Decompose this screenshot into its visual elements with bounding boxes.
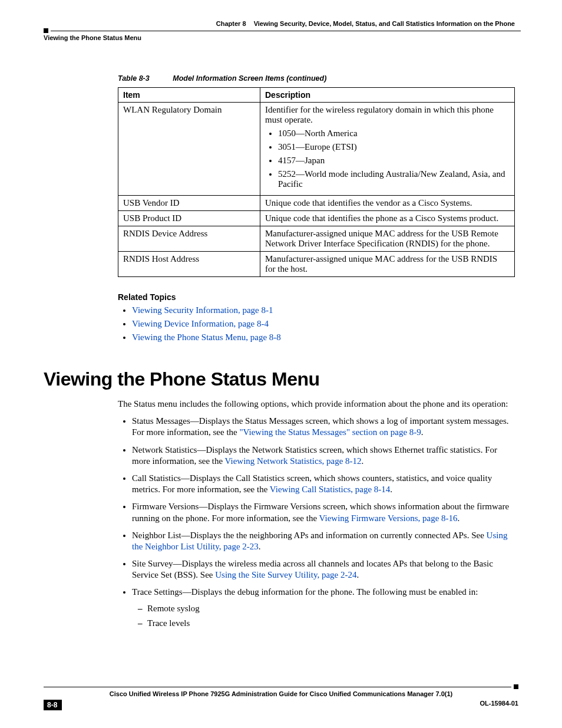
body-text: The Status menu includes the following o…: [118, 398, 515, 410]
xref-link[interactable]: Viewing Firmware Versions, page 8-16: [319, 513, 458, 523]
sub-list: Remote syslog Trace levels: [132, 603, 515, 629]
chapter-title: Viewing Security, Device, Model, Status,…: [254, 20, 515, 27]
cell-description: Manufacturer-assigned unique MAC address…: [260, 226, 515, 252]
running-section-title: Viewing the Phone Status Menu: [44, 34, 518, 41]
model-info-table: Item Description WLAN Regulatory Domain …: [118, 87, 515, 277]
list-item: Status Messages—Displays the Status Mess…: [132, 416, 515, 438]
list-item: 1050—North America: [278, 129, 510, 139]
xref-link[interactable]: Using the Site Survey Utility, page 2-24: [215, 570, 356, 579]
page-number: 8-8: [44, 700, 62, 710]
book-title: Cisco Unified Wireless IP Phone 7925G Ad…: [44, 690, 518, 697]
list-item: 3051—Europe (ETSI): [278, 142, 510, 152]
list-item: Site Survey—Displays the wireless media …: [132, 558, 515, 581]
table-row: RNDIS Host Address Manufacturer-assigned…: [118, 252, 515, 277]
document-number: OL-15984-01: [480, 700, 518, 707]
list-item: Remote syslog: [147, 603, 515, 614]
page-footer: Cisco Unified Wireless IP Phone 7925G Ad…: [44, 684, 518, 710]
cell-list: 1050—North America 3051—Europe (ETSI) 41…: [265, 129, 510, 189]
cell-text: Identifier for the wireless regulatory d…: [265, 105, 510, 125]
list-item: Firmware Versions—Displays the Firmware …: [132, 501, 515, 523]
xref-link[interactable]: Viewing Device Information, page 8-4: [132, 319, 269, 328]
cell-item: USB Vendor ID: [118, 196, 260, 211]
item-text: .: [362, 456, 364, 466]
chapter-label: Chapter 8: [216, 20, 246, 27]
cell-description: Manufacturer-assigned unique MAC address…: [260, 252, 515, 277]
list-item: Viewing Security Information, page 8-1: [132, 305, 515, 315]
xref-link[interactable]: Viewing Call Statistics, page 8-14: [270, 485, 391, 494]
xref-link[interactable]: Viewing the Phone Status Menu, page 8-8: [132, 332, 281, 342]
running-header: Chapter 8 Viewing Security, Device, Mode…: [44, 20, 518, 41]
item-text: .: [259, 542, 261, 551]
list-item: Viewing the Phone Status Menu, page 8-8: [132, 332, 515, 342]
footer-rule: [44, 687, 511, 687]
col-header-item: Item: [118, 88, 260, 103]
table-row: RNDIS Device Address Manufacturer-assign…: [118, 226, 515, 252]
table-row: WLAN Regulatory Domain Identifier for th…: [118, 103, 515, 196]
list-item: Viewing Device Information, page 8-4: [132, 319, 515, 329]
table-caption: Table 8-3 Model Information Screen Items…: [118, 74, 515, 83]
table-row: USB Product ID Unique code that identifi…: [118, 211, 515, 226]
section-heading: Viewing the Phone Status Menu: [44, 368, 515, 390]
item-text: .: [458, 513, 460, 523]
list-item: Trace levels: [147, 618, 515, 629]
table-row: USB Vendor ID Unique code that identifie…: [118, 196, 515, 211]
item-text: .: [421, 427, 424, 437]
xref-link[interactable]: Viewing Security Information, page 8-1: [132, 305, 273, 315]
related-topics-heading: Related Topics: [118, 292, 515, 302]
list-item: Call Statistics—Displays the Call Statis…: [132, 473, 515, 495]
related-topics-list: Viewing Security Information, page 8-1 V…: [118, 305, 515, 342]
table-number: Table 8-3: [118, 74, 150, 83]
item-text: Neighbor List—Displays the the neighbori…: [132, 531, 487, 540]
header-rule: [51, 31, 521, 31]
list-item: Trace Settings—Displays the debug inform…: [132, 587, 515, 629]
item-text: Trace Settings—Displays the debug inform…: [132, 587, 478, 597]
cell-item: RNDIS Device Address: [118, 226, 260, 252]
footer-ornament-icon: [514, 684, 518, 689]
xref-link[interactable]: "Viewing the Status Messages" section on…: [239, 427, 421, 437]
item-text: .: [356, 570, 359, 579]
cell-item: USB Product ID: [118, 211, 260, 226]
col-header-description: Description: [260, 88, 515, 103]
cell-item: RNDIS Host Address: [118, 252, 260, 277]
table-title: Model Information Screen Items (continue…: [173, 74, 326, 83]
status-menu-list: Status Messages—Displays the Status Mess…: [118, 416, 515, 629]
list-item: 5252—World mode including Australia/New …: [278, 169, 510, 189]
cell-description: Unique code that identifies the phone as…: [260, 211, 515, 226]
list-item: Network Statistics—Displays the Network …: [132, 444, 515, 467]
xref-link[interactable]: Viewing Network Statistics, page 8-12: [225, 456, 362, 466]
list-item: 4157—Japan: [278, 156, 510, 166]
list-item: Neighbor List—Displays the the neighbori…: [132, 530, 515, 552]
cell-description: Unique code that identifies the vendor a…: [260, 196, 515, 211]
cell-description: Identifier for the wireless regulatory d…: [260, 103, 515, 196]
item-text: .: [390, 485, 392, 494]
header-ornament-icon: [44, 28, 48, 33]
cell-item: WLAN Regulatory Domain: [118, 103, 260, 196]
